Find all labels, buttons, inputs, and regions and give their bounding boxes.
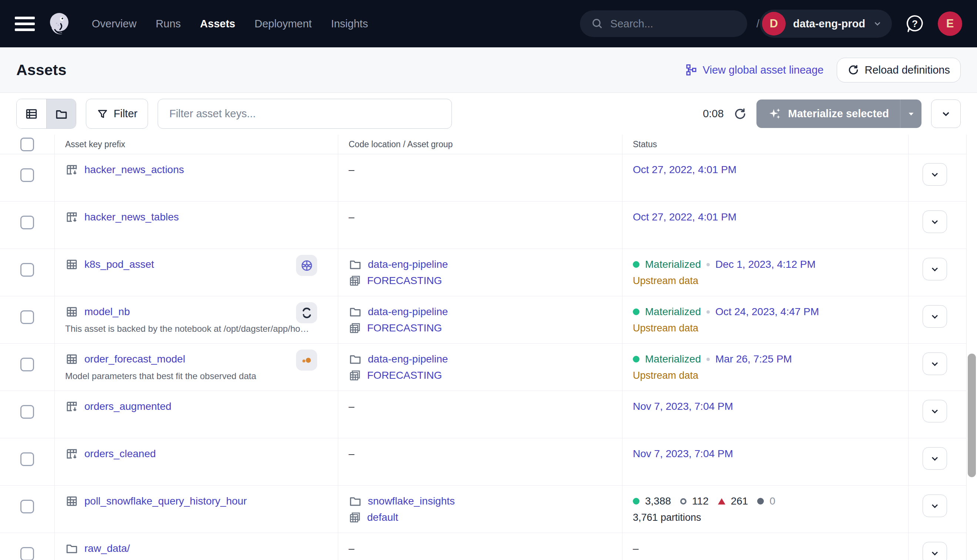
reload-definitions-button[interactable]: Reload definitions [837, 58, 961, 82]
select-all-checkbox[interactable] [20, 138, 34, 151]
view-global-asset-lineage-link[interactable]: View global asset lineage [685, 63, 824, 76]
materialization-date-link[interactable]: Oct 27, 2022, 4:01 PM [633, 164, 737, 176]
asset-key-cell: hacker_news_actions [55, 154, 338, 201]
filter-button[interactable]: Filter [86, 99, 148, 129]
materialization-date-link[interactable]: Dec 1, 2023, 4:12 PM [715, 258, 816, 270]
materialized-dot [633, 261, 640, 268]
row-expand-button[interactable] [923, 495, 947, 517]
separator-dot [706, 263, 710, 266]
partition-counts-line: 3,3881122610 [633, 494, 908, 508]
row-checkbox[interactable] [20, 405, 34, 419]
code-location-link[interactable]: data-eng-pipeline [368, 306, 448, 318]
asset-key-line: order_forecast_model [65, 352, 331, 366]
folder-icon [349, 305, 362, 318]
asset-key-line: orders_augmented [65, 400, 331, 413]
folder-view-button[interactable] [46, 99, 76, 128]
materialization-date-link[interactable]: Mar 26, 7:25 PM [715, 353, 792, 365]
asset-key-link[interactable]: poll_snowflake_query_history_hour [84, 495, 247, 507]
empty-value: – [349, 448, 354, 459]
vertical-scrollbar[interactable] [968, 353, 976, 477]
asset-table-icon [65, 258, 78, 271]
lineage-icon [685, 63, 698, 76]
workspace-switcher[interactable]: D data-eng-prod [760, 10, 892, 38]
nav-item-runs[interactable]: Runs [156, 18, 181, 30]
other-count-dot [757, 498, 764, 505]
row-actions-cell [909, 486, 967, 533]
asset-key-link[interactable]: orders_augmented [84, 401, 171, 412]
materialized-label: Materialized [645, 258, 701, 270]
refresh-countdown: 0:08 [703, 108, 723, 120]
refresh-icon[interactable] [733, 107, 747, 121]
asset-group-link[interactable]: FORECASTING [367, 370, 442, 382]
asset-key-link[interactable]: k8s_pod_asset [84, 258, 154, 270]
row-checkbox[interactable] [20, 500, 34, 513]
asset-group-link[interactable]: default [367, 512, 398, 523]
row-checkbox[interactable] [20, 216, 34, 229]
code-location-link[interactable]: snowflake_insights [368, 495, 455, 507]
row-expand-button[interactable] [923, 210, 947, 233]
asset-key-line: raw_data/ [65, 542, 331, 555]
asset-key-link[interactable]: hacker_news_actions [84, 164, 184, 176]
row-checkbox[interactable] [20, 168, 34, 182]
asset-key-link[interactable]: orders_cleaned [84, 448, 156, 460]
compute-kind-badge [296, 350, 317, 371]
asset-key-link[interactable]: order_forecast_model [84, 353, 185, 365]
materialization-date-link[interactable]: Oct 27, 2022, 4:01 PM [633, 211, 737, 223]
row-expand-button[interactable] [923, 447, 947, 470]
asset-group-line: FORECASTING [349, 274, 622, 288]
flat-list-view-button[interactable] [17, 99, 46, 128]
materialization-date-link[interactable]: Nov 7, 2023, 7:04 PM [633, 448, 733, 460]
more-actions-dropdown[interactable] [931, 100, 961, 128]
empty-value: – [349, 211, 354, 223]
code-location-link[interactable]: data-eng-pipeline [368, 258, 448, 270]
row-checkbox-cell [0, 154, 55, 201]
nav-item-overview[interactable]: Overview [92, 18, 137, 30]
filter-asset-keys-input[interactable] [158, 99, 452, 129]
user-avatar[interactable]: E [938, 12, 962, 36]
assets-toolbar: Filter 0:08 Materialize selected [0, 93, 977, 135]
asset-key-cell: orders_cleaned [55, 438, 338, 485]
partition-count-value: 0 [769, 495, 775, 507]
code-location-cell: data-eng-pipeline FORECASTING [338, 249, 623, 296]
asset-key-link[interactable]: raw_data/ [84, 543, 130, 555]
row-checkbox[interactable] [20, 452, 34, 466]
row-checkbox[interactable] [20, 263, 34, 277]
row-expand-button[interactable] [923, 542, 947, 560]
nav-item-assets[interactable]: Assets [200, 18, 235, 30]
materialize-selected-button[interactable]: Materialize selected [757, 100, 900, 128]
global-search[interactable]: / [580, 10, 747, 37]
asset-key-line: orders_cleaned [65, 447, 331, 461]
asset-key-cell: raw_data/ [55, 533, 338, 560]
materialize-options-dropdown[interactable] [900, 100, 922, 128]
row-checkbox[interactable] [20, 547, 34, 560]
code-location-link[interactable]: data-eng-pipeline [368, 353, 448, 365]
table-row: model_nbThis asset is backed by the note… [0, 296, 966, 343]
row-expand-button[interactable] [923, 400, 947, 422]
row-expand-button[interactable] [923, 163, 947, 186]
row-expand-button[interactable] [923, 258, 947, 280]
asset-prefix-icon [65, 400, 78, 413]
row-checkbox[interactable] [20, 310, 34, 324]
asset-prefix-icon [65, 447, 78, 460]
help-icon[interactable]: ? [904, 13, 925, 34]
row-actions-cell [909, 391, 967, 438]
row-expand-button[interactable] [923, 305, 947, 328]
asset-table-icon [65, 495, 78, 508]
row-expand-button[interactable] [923, 352, 947, 375]
asset-group-link[interactable]: FORECASTING [367, 275, 442, 287]
asset-group-link[interactable]: FORECASTING [367, 322, 442, 334]
search-input[interactable] [610, 18, 750, 30]
asset-key-link[interactable]: model_nb [84, 306, 130, 318]
page-header: Assets View global asset lineage Reload [0, 47, 977, 93]
asset-key-link[interactable]: hacker_news_tables [84, 211, 179, 223]
menu-icon[interactable] [15, 14, 35, 34]
partition-count-value: 261 [731, 495, 748, 507]
materialization-date-link[interactable]: Oct 24, 2023, 4:47 PM [715, 306, 819, 318]
row-checkbox-cell [0, 296, 55, 343]
materialized-dot [633, 356, 640, 362]
dagster-logo[interactable] [46, 10, 73, 37]
materialization-date-link[interactable]: Nov 7, 2023, 7:04 PM [633, 401, 733, 412]
nav-item-deployment[interactable]: Deployment [255, 18, 312, 30]
nav-item-insights[interactable]: Insights [331, 18, 368, 30]
row-checkbox[interactable] [20, 358, 34, 372]
